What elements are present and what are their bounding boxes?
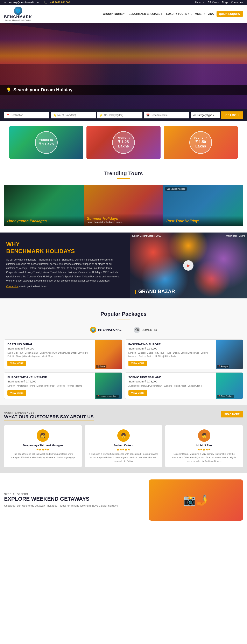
trending-new-tag: Our Newest Addition bbox=[165, 187, 187, 191]
trending-item-2[interactable]: Summer Holidays Family Tours After the b… bbox=[84, 185, 163, 226]
trending-title: Trending Tours bbox=[0, 164, 247, 181]
search-bar: 📍 ⭐ ⭐ 📅 All Category type ▾ SEARCH bbox=[0, 109, 247, 121]
tour-in-label-3: TOURS IN bbox=[194, 136, 208, 139]
share-link[interactable]: Share bbox=[239, 234, 245, 237]
package-card-2: FASCINATING EUROPE Starting from ₹ 2,39,… bbox=[125, 340, 243, 369]
video-grand-bazar: ❙ GRAND BAZAR bbox=[134, 288, 175, 294]
read-more-button[interactable]: READ MORE bbox=[221, 411, 243, 418]
tour-cards-section: TOURS IN ₹ 1 Lakh TOURS IN ₹ 1.25 Lakhs … bbox=[0, 121, 247, 164]
days-max-input[interactable] bbox=[104, 114, 140, 116]
tour-in-label-2: TOURS IN bbox=[116, 136, 131, 139]
email-link[interactable]: enquiry@benchmarkitt.com bbox=[9, 1, 39, 4]
tour-price-2: ₹ 1.25 Lakhs bbox=[113, 140, 134, 148]
destination-input[interactable] bbox=[11, 114, 47, 116]
reviewer-avatar-1: 👩 bbox=[37, 430, 49, 442]
package-card-1: DAZZLING DUBAI Starting from ₹ 75,000 Du… bbox=[4, 340, 122, 369]
pkg-info-3: EUROPE WITH KEUKENHOF Starting from ₹ 2,… bbox=[4, 372, 95, 399]
pkg-name-2: FASCINATING EUROPE bbox=[128, 343, 213, 346]
departure-field[interactable]: 📅 bbox=[144, 112, 189, 118]
days-min-field[interactable]: ⭐ bbox=[51, 112, 96, 118]
phone-separator: / 📞 bbox=[42, 1, 47, 4]
about-link[interactable]: About us bbox=[195, 1, 204, 4]
days-min-input[interactable] bbox=[57, 114, 94, 116]
pkg-desc-2: London - Windsor Castle | City Tour | Pa… bbox=[128, 351, 213, 358]
destination-field[interactable]: 📍 bbox=[4, 112, 49, 118]
package-card-3: EUROPE WITH KEUKENHOF Starting from ₹ 2,… bbox=[4, 372, 122, 399]
hero-title: Search your Dream Holiday bbox=[13, 87, 72, 92]
trending-sub-2: Family Tours After the board exams bbox=[87, 221, 160, 223]
reviewer-avatar-3: 👨 bbox=[198, 430, 210, 442]
pkg-img-3: 📍 Europe, Amsterdam... bbox=[95, 372, 122, 399]
trending-grid: Honeymoon Packages Summer Holidays Famil… bbox=[4, 185, 243, 226]
giftcards-link[interactable]: Gift Cards bbox=[208, 1, 219, 4]
tour-card-3[interactable]: TOURS IN ₹ 1.50 Lakhs bbox=[164, 126, 238, 159]
trending-label-1: Honeymoon Packages bbox=[4, 216, 84, 226]
logo-globe: 🌐 bbox=[14, 6, 22, 15]
pkg-location-4: 📍 New Zealand bbox=[217, 394, 234, 398]
tour-in-label-1: TOURS IN bbox=[39, 139, 53, 141]
tour-card-1[interactable]: TOURS IN ₹ 1 Lakh bbox=[9, 126, 83, 159]
review-card-2: 👨 Sudeep Kattoor ★★★★★ It was such a won… bbox=[85, 425, 162, 467]
blogs-link[interactable]: Blogs bbox=[222, 1, 228, 4]
guest-header: GUEST EXPERIENCES WHAT OUR CUSTOMERS SAY… bbox=[4, 411, 243, 421]
why-suffix: HOLIDAYS bbox=[45, 248, 75, 254]
category-field[interactable]: All Category type ▾ bbox=[191, 112, 220, 118]
special-section: SPECIAL OFFERS EXPLORE WEEKEND GETAWAYS … bbox=[0, 473, 247, 527]
pkg-info-2: FASCINATING EUROPE Starting from ₹ 2,39,… bbox=[125, 340, 216, 369]
special-tag: SPECIAL OFFERS bbox=[4, 493, 145, 496]
bulb-icon: 💡 bbox=[6, 87, 11, 92]
review-text-2: It was such a wonderful experience with … bbox=[89, 452, 158, 463]
days-min-icon: ⭐ bbox=[53, 114, 56, 117]
pkg-img-1: 📍 Dubai bbox=[95, 340, 122, 369]
special-image: 📸🤳 bbox=[183, 494, 209, 506]
why-heading: WHY BENCHMARK HOLIDAYS bbox=[6, 241, 123, 254]
departure-input[interactable] bbox=[151, 114, 187, 116]
trending-title-2: Summer Holidays bbox=[87, 216, 160, 221]
tour-price-1: ₹ 1 Lakh bbox=[39, 142, 54, 146]
pkg-name-3: EUROPE WITH KEUKENHOF bbox=[7, 376, 92, 379]
search-button[interactable]: SEARCH bbox=[221, 112, 243, 119]
tab-international[interactable]: 🌍 INTERNATIONAL bbox=[88, 326, 123, 334]
domestic-icon: 🗺 bbox=[134, 327, 140, 333]
pkg-price-3: Starting from ₹ 2,75,900 bbox=[7, 380, 92, 383]
nav-quick-enquiry[interactable]: QUICK ENQUIRY bbox=[217, 11, 243, 17]
days-max-icon: ⭐ bbox=[99, 114, 103, 117]
reviewer-name-2: Sudeep Kattoor bbox=[89, 444, 158, 447]
play-button[interactable]: ▶ bbox=[183, 260, 194, 270]
nav-benchmark-specials[interactable]: BENCHMARK SPECIALS bbox=[127, 11, 164, 16]
logo-text: BENCHMARK bbox=[4, 15, 32, 19]
tour-card-label-2: TOURS IN ₹ 1.25 Lakhs bbox=[112, 131, 135, 154]
why-label: WHY bbox=[6, 241, 19, 247]
why-section: WHY BENCHMARK HOLIDAYS As our very name … bbox=[0, 232, 247, 298]
pkg-btn-3[interactable]: VIEW MORE bbox=[7, 390, 26, 396]
trending-item-1[interactable]: Honeymoon Packages bbox=[4, 185, 84, 226]
pkg-btn-4[interactable]: VIEW MORE bbox=[128, 390, 147, 396]
hero-sky bbox=[0, 23, 247, 64]
nav-divider2: / bbox=[204, 12, 205, 15]
trending-item-3[interactable]: Our Newest Addition Post Tour Holiday! bbox=[163, 185, 243, 226]
pkg-price-4: Starting from ₹ 2,78,000 bbox=[128, 380, 213, 383]
pkg-desc-1: Dubai City Tour | Desert Safari | Dhow C… bbox=[7, 351, 92, 358]
packages-grid: DAZZLING DUBAI Starting from ₹ 75,000 Du… bbox=[4, 340, 243, 399]
why-contact-link[interactable]: Contact Us bbox=[6, 285, 18, 288]
nav-mice[interactable]: MICE bbox=[193, 11, 203, 16]
special-title: EXPLORE WEEKEND GETAWAYS bbox=[4, 496, 145, 502]
nav-luxury-tours[interactable]: LUXURY TOURS bbox=[165, 11, 191, 16]
tour-card-2[interactable]: TOURS IN ₹ 1.25 Lakhs bbox=[86, 126, 161, 159]
nav-group-tours[interactable]: GROUP TOURS bbox=[101, 11, 126, 16]
pkg-btn-1[interactable]: VIEW MORE bbox=[7, 360, 26, 366]
logo-sub: Inbound & Leisure Travels Pvt. Ltd. bbox=[5, 19, 31, 21]
site-header: 🌐 BENCHMARK Inbound & Leisure Travels Pv… bbox=[0, 5, 247, 23]
category-text: All Category type bbox=[193, 114, 212, 116]
tour-price-3: ₹ 1.50 Lakhs bbox=[190, 140, 211, 148]
watch-later-link[interactable]: Watch later bbox=[226, 234, 237, 237]
trending-title-3: Post Tour Holiday! bbox=[166, 219, 240, 223]
pkg-btn-2[interactable]: VIEW MORE bbox=[128, 360, 147, 366]
phone-link[interactable]: +91 8040 844 000 bbox=[50, 1, 70, 4]
contact-link[interactable]: Contact us bbox=[231, 1, 243, 4]
nav-visa[interactable]: VISA bbox=[206, 11, 215, 16]
tab-domestic[interactable]: 🗺 DOMESTIC bbox=[132, 326, 159, 334]
stars-2: ★★★★★ bbox=[89, 448, 158, 451]
days-max-field[interactable]: ⭐ bbox=[97, 112, 142, 118]
popular-section: Popular Packages 🌍 INTERNATIONAL 🗺 DOMES… bbox=[0, 298, 247, 405]
